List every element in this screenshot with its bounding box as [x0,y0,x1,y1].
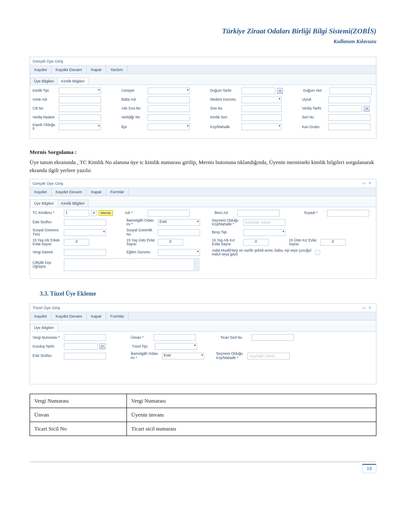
formlar-button[interactable]: Formlar [106,188,129,196]
yas15-alti-kiz-label: 15 Yaş Altı Kız Evlat Sayısı [212,239,241,247]
tc-kimlikno-input[interactable]: 1 [64,210,89,217]
tab-uye-bilgileri[interactable]: Üye Bilgileri [30,324,58,331]
toolbar: Kaydet Kaydet Devam Kapat Yardım [30,66,376,74]
uyruk-label: Uyruk [302,98,326,101]
table-row: Ticari Sicil NoTicari sicil numarası [30,422,376,436]
dogum-yeri-input[interactable] [329,88,372,94]
yas15-alti-kiz-input[interactable]: 0 [243,239,269,246]
cell: Vergi Numarası [30,394,127,408]
kimlik-seri-label: Kimlik Seri [210,115,240,119]
unvan-input[interactable] [154,334,196,341]
kimlik-tipi-select[interactable] [59,88,101,94]
ilce-select[interactable] [148,123,190,130]
calendar-icon[interactable]: ☷ [364,106,370,112]
table-row: ÜnvanÜyenin ünvanı [30,408,376,422]
sosyal-guvenlik-no-input[interactable] [158,229,200,236]
tc-kimlikno-label: TC Kimlikno * [33,211,62,215]
sosyal-guvence-turu-select[interactable] [64,229,106,236]
kaydet-button[interactable]: Kaydet [30,66,52,74]
kaydet-button[interactable]: Kaydet [30,312,52,320]
birey-tipi-select[interactable] [243,229,285,236]
tuzel-tipi-select[interactable] [155,343,197,350]
ticari-sicil-no-label: Ticari Sicil No [220,336,250,340]
formlar-button[interactable]: Formlar [106,312,129,320]
vergi-dairesi-input[interactable] [64,249,106,256]
uyruk-input[interactable] [328,96,370,103]
anne-adi-label: Anne Adı [33,98,57,101]
vergi-dairesi-label: Vergi Dairesi [33,250,62,254]
doc-header-title: Türkiye Ziraat Odaları Birliği Bilgi Sis… [30,27,376,36]
aidat-muaf-checkbox[interactable] [315,250,320,255]
verildigi-yer-input[interactable] [148,114,190,121]
kaydet-devam-button[interactable]: Kaydet Devam [52,312,87,320]
anne-adi-input[interactable] [59,96,101,103]
mernis-button[interactable]: Mernis [99,210,113,216]
ciftcilik-disi-textarea[interactable] [64,258,199,271]
verilis-tarihi-input[interactable] [328,105,362,112]
dogum-yeri-label: Doğum Yeri [303,89,328,93]
cilt-no-input[interactable] [59,105,101,112]
ikametgah-odasi-select[interactable]: Evet [162,353,204,359]
ticari-sicil-no-input[interactable] [252,334,294,341]
eski-sicilno-label: Eski SicilNo [33,220,62,224]
kimlik-seri-input[interactable] [241,114,282,121]
kaydet-button[interactable]: Kaydet [30,188,52,196]
verilis-nedeni-input[interactable] [59,114,101,121]
baba-adi-input[interactable] [148,96,190,103]
verildigi-yer-label: Verildiği Yer [121,115,146,119]
ikametgah-odasi-select[interactable]: Evet [158,219,200,226]
secmeni-koymah-input[interactable]: Köy/Mah Giriniz [247,353,290,359]
birey-tipi-label: Birey Tipi [212,230,241,234]
close-icon[interactable]: ✕ [368,306,372,310]
mernis-heading: Mernis Sorgulama : [30,149,376,156]
yas15-ustu-evlat-label: 15 Yaş Üstü Evlat Sayısı [126,239,156,247]
yardim-button[interactable]: Yardım [106,66,128,74]
ikametgah-odasi-label: İkametgâh Odası mı * [126,219,156,227]
minimize-icon[interactable]: ▭ [362,181,366,185]
kapat-button[interactable]: Kapat [87,312,106,320]
tab-kimlik-bilgileri[interactable]: Kimlik Bilgileri [58,200,89,207]
cinsiyet-select[interactable] [148,88,190,94]
calendar-icon[interactable]: ☷ [277,88,283,94]
aile-sira-no-input[interactable] [148,105,190,112]
close-icon[interactable]: ✕ [368,181,372,185]
calendar-icon[interactable]: ☷ [99,343,105,349]
sosyal-guvence-turu-label: Sosyal Güvence Türü [33,228,62,236]
minimize-icon[interactable]: ▭ [362,306,366,310]
koy-mahalle-select[interactable] [241,123,282,130]
kaydet-devam-button[interactable]: Kaydet Devam [52,66,87,74]
koy-mahalle-label: Köy/Mahalle [210,125,240,129]
clear-button[interactable]: ✕ [91,210,97,216]
ikinci-ad-input[interactable] [237,210,280,217]
secmeni-koymah-label: Seçmeni Olduğu Köy/Mahalle * [216,352,246,360]
secmeni-koymah-input[interactable]: Köy/Mah Giriniz [243,219,285,226]
yas15-ustu-evlat-input[interactable]: 0 [158,239,183,246]
soyadi-input[interactable] [327,210,369,217]
tab-kimlik-bilgileri[interactable]: Kimlik Bilgileri [58,77,89,85]
vergi-numarasi-input[interactable] [64,334,106,341]
cell: Ticari Sicil No [30,422,127,436]
eski-sicilno-input[interactable] [64,219,106,226]
medeni-durumu-select[interactable] [241,96,282,103]
yas15-alti-erkek-input[interactable]: 0 [64,239,89,246]
adi-label: Adı * [125,211,146,215]
kaydet-devam-button[interactable]: Kaydet Devam [52,188,87,196]
dogum-tarihi-input[interactable] [241,88,275,94]
yas15-ustu-kiz-input[interactable]: 0 [320,239,346,246]
page-number: 19 [362,464,376,473]
kayitli-oldugu-il-select[interactable] [59,123,101,130]
tab-uye-bilgileri[interactable]: Üye Bilgileri [30,77,58,85]
description-table: Vergi NumarasıVergi Numarası ÜnvanÜyenin… [30,394,376,436]
eski-sicilno-input[interactable] [64,353,106,359]
kapat-button[interactable]: Kapat [87,188,106,196]
kan-grubu-input[interactable] [328,123,370,130]
egitim-durumu-select[interactable] [158,249,200,256]
tab-uye-bilgileri[interactable]: Üye Bilgileri [30,200,58,207]
mernis-paragraph: Üye tanım ekranında , TC Kimlik No alanı… [30,158,376,175]
adi-input[interactable] [148,210,190,217]
kurulus-tarihi-input[interactable] [64,343,98,350]
section-3-3-heading: 3.3. Tüzel Üye Ekleme [40,291,376,297]
sira-no-input[interactable] [241,105,282,112]
kapat-button[interactable]: Kapat [87,66,106,74]
seri-no-input[interactable] [328,114,370,121]
